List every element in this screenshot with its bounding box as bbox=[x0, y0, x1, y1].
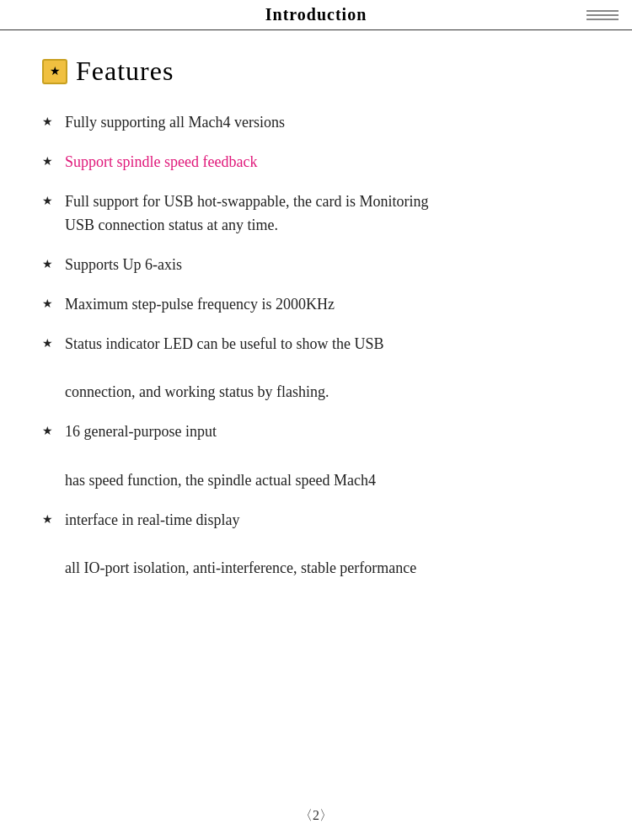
header-line-1 bbox=[586, 10, 619, 12]
list-item: ★interface in real-time displayall IO-po… bbox=[42, 508, 590, 581]
features-heading: ★ Features bbox=[42, 56, 590, 87]
features-icon: ★ bbox=[42, 59, 67, 84]
star-icon: ★ bbox=[42, 334, 53, 352]
feature-text-5: Status indicator LED can be useful to sh… bbox=[65, 332, 383, 404]
star-icon: ★ bbox=[42, 255, 53, 273]
feature-text-1: Support spindle speed feedback bbox=[65, 150, 257, 174]
page-footer: 〈2〉 bbox=[0, 807, 632, 825]
features-title: Features bbox=[76, 56, 174, 87]
feature-text-7: interface in real-time displayall IO-por… bbox=[65, 508, 416, 581]
page-number: 〈2〉 bbox=[299, 808, 333, 822]
star-icon: ★ bbox=[42, 152, 53, 170]
feature-text-4: Maximum step-pulse frequency is 2000KHz bbox=[65, 292, 335, 317]
list-item: ★Supports Up 6-axis bbox=[42, 253, 590, 277]
star-icon: ★ bbox=[42, 113, 53, 131]
feature-text-2: Full support for USB hot-swappable, the … bbox=[65, 190, 428, 238]
feature-text-6: 16 general-purpose inputhas speed functi… bbox=[65, 420, 376, 492]
feature-text-0: Fully supporting all Mach4 versions bbox=[65, 110, 285, 135]
main-content: ★ Features ★Fully supporting all Mach4 v… bbox=[0, 30, 632, 646]
feature-list: ★Fully supporting all Mach4 versions★Sup… bbox=[42, 110, 590, 581]
header-decoration bbox=[586, 10, 619, 20]
star-icon: ★ bbox=[42, 511, 53, 528]
star-icon: ★ bbox=[42, 422, 53, 440]
features-icon-symbol: ★ bbox=[50, 64, 61, 78]
page-header: Introduction bbox=[0, 0, 632, 30]
feature-text-3: Supports Up 6-axis bbox=[65, 253, 182, 277]
header-line-3 bbox=[586, 19, 619, 20]
star-icon: ★ bbox=[42, 192, 53, 210]
page-title: Introduction bbox=[265, 5, 367, 24]
list-item: ★Fully supporting all Mach4 versions bbox=[42, 110, 590, 135]
star-icon: ★ bbox=[42, 295, 53, 313]
list-item: ★Support spindle speed feedback bbox=[42, 150, 590, 174]
list-item: ★16 general-purpose inputhas speed funct… bbox=[42, 420, 590, 492]
list-item: ★Status indicator LED can be useful to s… bbox=[42, 332, 590, 404]
header-line-2 bbox=[586, 14, 619, 16]
list-item: ★Maximum step-pulse frequency is 2000KHz bbox=[42, 292, 590, 317]
list-item: ★Full support for USB hot-swappable, the… bbox=[42, 190, 590, 238]
